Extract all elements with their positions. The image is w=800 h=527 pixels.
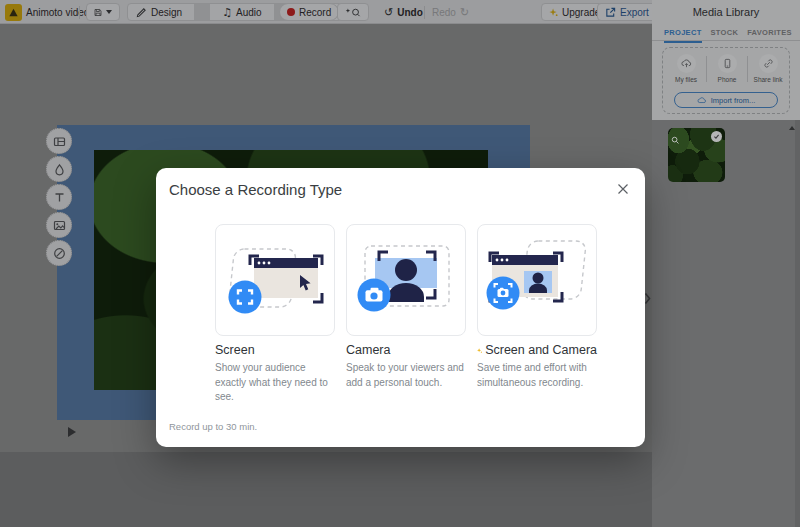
design-pencil-icon — [136, 7, 147, 18]
source-label: Phone — [718, 76, 737, 83]
selected-check-badge — [711, 131, 722, 142]
record-button[interactable]: Record — [279, 3, 339, 21]
link-icon — [759, 54, 778, 73]
import-from-button[interactable]: Import from... — [674, 92, 778, 108]
scroll-up-arrow[interactable] — [789, 126, 795, 130]
upgrade-sparkle-icon — [549, 8, 558, 17]
toolbar-divider — [79, 6, 80, 19]
animoto-editor: Animoto video Design ♫ Audio R — [0, 0, 800, 527]
option-screen-description: Show your audience exactly what they nee… — [215, 361, 335, 405]
record-label: Record — [299, 7, 331, 18]
audio-note-icon: ♫ — [222, 7, 232, 18]
screen-card[interactable] — [215, 224, 335, 336]
source-divider — [706, 56, 707, 82]
toolbar-divider — [424, 6, 425, 19]
redo-icon: ↻ — [460, 7, 469, 18]
cloud-upload-icon — [677, 54, 696, 73]
upgrade-label: Upgrade — [562, 7, 600, 18]
design-label: Design — [151, 7, 182, 18]
save-button[interactable] — [86, 3, 120, 21]
color-tool-button[interactable] — [46, 156, 72, 182]
undo-label: Undo — [397, 7, 423, 18]
text-tool-button[interactable] — [46, 184, 72, 210]
import-cloud-icon — [697, 96, 707, 105]
source-label: My files — [675, 76, 697, 83]
source-my-files[interactable]: My files — [667, 54, 705, 83]
option-screen-camera-description: Save time and effort with simultaneous r… — [477, 361, 597, 390]
panel-scrollbar[interactable] — [795, 120, 800, 527]
screen-camera-card[interactable] — [477, 224, 597, 336]
record-dot-icon — [287, 8, 295, 16]
save-icon — [94, 7, 102, 18]
recording-type-modal: Choose a Recording Type — [156, 168, 645, 447]
panel-collapse-handle[interactable] — [644, 291, 651, 309]
screen-illustration — [216, 225, 335, 336]
source-phone[interactable]: Phone — [708, 54, 746, 83]
text-icon — [53, 191, 66, 204]
save-dropdown-caret — [106, 10, 112, 14]
option-title-text: Screen — [215, 343, 255, 357]
undo-icon: ↺ — [384, 7, 393, 18]
logo-tool-button[interactable] — [46, 240, 72, 266]
redo-label: Redo — [432, 7, 456, 18]
media-tool-button[interactable] — [46, 212, 72, 238]
import-sources-box: My files Phone — [662, 47, 790, 114]
play-button[interactable] — [68, 427, 76, 437]
layout-icon — [53, 135, 66, 148]
audio-button[interactable]: ♫ Audio — [214, 4, 269, 20]
source-divider — [747, 56, 748, 82]
animoto-logo-icon — [8, 7, 19, 18]
left-tool-rail — [46, 128, 74, 266]
option-camera-description: Speak to your viewers and add a personal… — [346, 361, 466, 390]
option-screen-camera-title: Screen and Camera — [477, 343, 597, 357]
media-thumbnail-leaves[interactable] — [668, 128, 725, 182]
segment-divider — [194, 4, 210, 20]
screen-camera-illustration — [478, 225, 597, 336]
export-icon — [605, 7, 616, 18]
audio-label: Audio — [236, 7, 262, 18]
modal-title: Choose a Recording Type — [169, 181, 342, 198]
media-library-panel: Media Library PROJECT STOCK FAVORITES My… — [652, 0, 800, 527]
option-screen-title: Screen — [215, 343, 335, 357]
magic-search-icon — [345, 6, 361, 19]
tabs-divider — [652, 40, 800, 41]
layout-tool-button[interactable] — [46, 128, 72, 154]
magic-search-button[interactable] — [337, 3, 369, 21]
option-title-text: Screen and Camera — [485, 343, 597, 357]
brand-area: Animoto video — [5, 3, 89, 21]
chevron-right-icon — [644, 292, 651, 305]
export-button[interactable]: Export — [597, 3, 657, 21]
timeline-area[interactable] — [0, 452, 652, 527]
undo-button[interactable]: ↺ Undo — [384, 3, 423, 21]
redo-button: Redo ↻ — [432, 3, 469, 21]
logo-watermark-icon — [53, 247, 66, 260]
option-camera: Camera Speak to your viewers and add a p… — [346, 224, 466, 405]
option-screen-and-camera: Screen and Camera Save time and effort w… — [477, 224, 597, 405]
option-title-text: Camera — [346, 343, 390, 357]
media-library-header: Media Library PROJECT STOCK FAVORITES My… — [652, 0, 800, 120]
camera-card[interactable] — [346, 224, 466, 336]
phone-icon — [718, 54, 737, 73]
recording-options: Screen Show your audience exactly what t… — [215, 224, 597, 405]
source-label: Share link — [754, 76, 783, 83]
option-screen: Screen Show your audience exactly what t… — [215, 224, 335, 405]
close-icon — [617, 183, 629, 195]
image-icon — [53, 219, 66, 232]
design-button[interactable]: Design — [128, 4, 190, 20]
export-label: Export — [620, 7, 649, 18]
animoto-logo[interactable] — [5, 4, 22, 21]
option-camera-title: Camera — [346, 343, 466, 357]
preview-zoom-icon — [671, 131, 680, 149]
import-from-label: Import from... — [711, 96, 756, 105]
top-toolbar: Animoto video Design ♫ Audio R — [0, 0, 652, 24]
source-share-link[interactable]: Share link — [749, 54, 787, 83]
check-icon — [713, 133, 720, 140]
camera-illustration — [347, 225, 466, 336]
droplet-icon — [53, 163, 66, 176]
modal-close-button[interactable] — [616, 182, 630, 196]
modal-footer-note: Record up to 30 min. — [169, 421, 257, 432]
media-library-title: Media Library — [652, 6, 800, 18]
premium-sparkle-icon — [477, 345, 482, 356]
